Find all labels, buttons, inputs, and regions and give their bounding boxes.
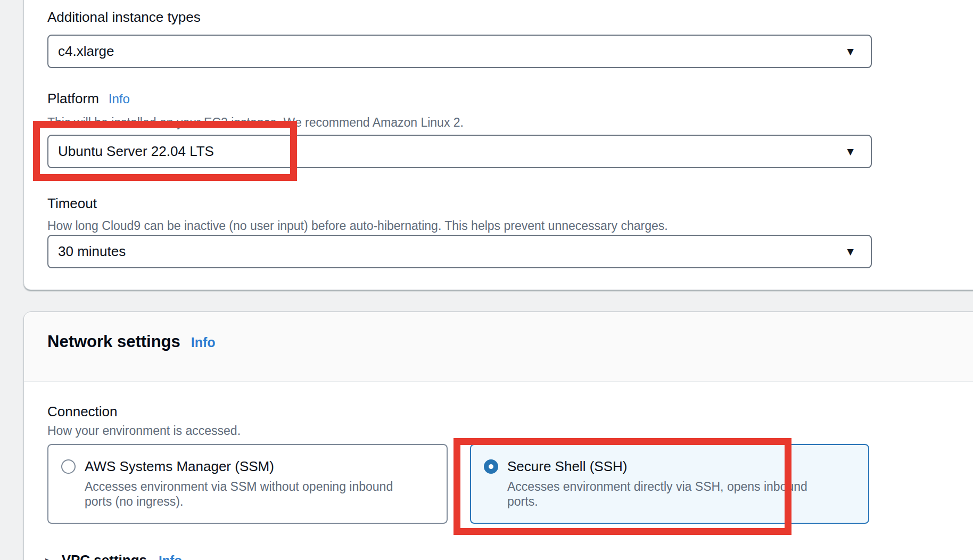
timeout-select[interactable]: 30 minutes ▼ [47,235,872,268]
network-settings-title: Network settings [47,332,180,351]
platform-value: Ubuntu Server 22.04 LTS [58,143,214,160]
additional-instance-types-value: c4.xlarge [58,43,114,60]
timeout-description: How long Cloud9 can be inactive (no user… [47,219,668,233]
timeout-value: 30 minutes [58,243,126,260]
timeout-label: Timeout [47,195,97,211]
radio-card-ssm[interactable]: AWS Systems Manager (SSM) Accesses envir… [47,444,448,524]
connection-description: How your environment is accessed. [47,424,241,438]
connection-label: Connection [47,403,118,419]
ssm-option-description: Accesses environment via SSM without ope… [85,479,415,509]
chevron-down-icon: ▼ [845,245,856,258]
additional-instance-types-label: Additional instance types [47,9,201,25]
caret-right-icon: ▶ [45,555,53,560]
radio-card-ssh[interactable]: Secure Shell (SSH) Accesses environment … [470,444,869,524]
vpc-settings-info-link[interactable]: Info [159,553,182,560]
ssh-option-description: Accesses environment directly via SSH, o… [507,479,837,509]
radio-selected-icon[interactable] [484,459,498,474]
additional-instance-types-select[interactable]: c4.xlarge ▼ [47,35,872,68]
platform-label: Platform [47,90,99,106]
ssh-option-title: Secure Shell (SSH) [507,458,837,475]
vpc-settings-expander[interactable]: ▶ VPC settings Info [45,552,182,560]
cloud9-create-environment-form: { "colors": { "annotation_red": "#e8392e… [0,0,973,560]
platform-info-link[interactable]: Info [109,92,130,106]
chevron-down-icon: ▼ [845,145,856,158]
ssm-option-title: AWS Systems Manager (SSM) [85,458,415,475]
instance-settings-card: Additional instance types c4.xlarge ▼ Pl… [23,0,973,290]
platform-description: This will be installed on your EC2 insta… [47,116,464,129]
vpc-settings-label: VPC settings [62,552,147,560]
platform-select[interactable]: Ubuntu Server 22.04 LTS ▼ [47,135,872,168]
network-settings-info-link[interactable]: Info [191,335,216,350]
network-settings-card: Network settings Info Connection How you… [23,311,973,560]
radio-unselected-icon[interactable] [61,459,76,474]
chevron-down-icon: ▼ [845,45,856,58]
